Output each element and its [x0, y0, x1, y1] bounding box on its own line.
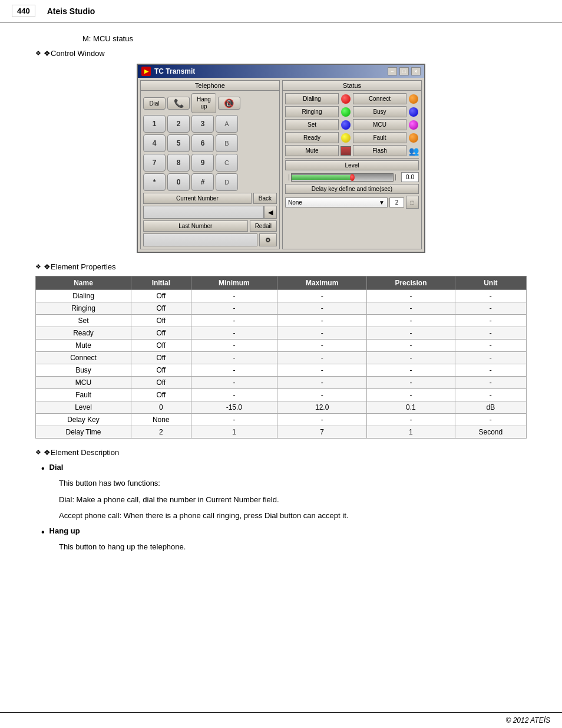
num-3[interactable]: 3 — [191, 115, 214, 133]
ringing-indicator — [341, 107, 351, 117]
settings-button[interactable]: ⚙ — [259, 233, 277, 246]
delay-header: Delay key define and time(sec) — [285, 184, 419, 194]
table-cell-maximum: 12.0 — [277, 401, 367, 414]
minimize-button[interactable]: − — [388, 67, 397, 75]
mcu-label: MCU — [353, 119, 406, 130]
connect-label: Connect — [353, 93, 406, 104]
level-slider[interactable] — [291, 173, 394, 182]
last-input-row: ⚙ — [143, 233, 277, 246]
telephone-panel: Telephone Dial 📞 Hang up 📵 — [140, 80, 280, 249]
table-cell-precision: - — [367, 290, 455, 302]
status-set-mcu: Set MCU — [285, 119, 419, 130]
table-cell-minimum: - — [191, 352, 277, 364]
table-cell-unit: - — [455, 290, 526, 302]
maximize-button[interactable]: □ — [399, 67, 409, 75]
delay-key-dropdown[interactable]: None ▼ — [285, 197, 388, 207]
delay-time-value: 2 — [389, 197, 404, 207]
table-cell-minimum: -15.0 — [191, 401, 277, 414]
page-footer: © 2012 ATEİS — [0, 712, 562, 728]
dialing-indicator — [341, 94, 351, 104]
table-cell-precision: - — [367, 352, 455, 364]
table-cell-name: Ringing — [36, 302, 131, 315]
num-5[interactable]: 5 — [167, 134, 190, 152]
ready-label: Ready — [285, 132, 339, 143]
num-7[interactable]: 7 — [143, 154, 166, 172]
num-star[interactable]: * — [143, 173, 166, 191]
table-cell-initial: Off — [131, 327, 191, 340]
table-cell-unit: - — [455, 340, 526, 352]
num-0[interactable]: 0 — [167, 173, 190, 191]
page-number: 440 — [12, 5, 35, 17]
num-8[interactable]: 8 — [167, 154, 190, 172]
copyright-text: © 2012 ATEİS — [505, 716, 550, 724]
status-dialing-connect: Dialing Connect — [285, 93, 419, 104]
last-number-field[interactable] — [143, 233, 257, 246]
telephone-panel-body: Dial 📞 Hang up 📵 1 2 3 A — [141, 91, 279, 249]
num-c[interactable]: C — [216, 154, 238, 172]
hangup-button[interactable]: Hang up — [191, 93, 216, 113]
dial-hangup-row: Dial 📞 Hang up 📵 — [143, 93, 277, 113]
table-cell-minimum: - — [191, 377, 277, 389]
numpad-row-3: 7 8 9 C — [143, 154, 277, 172]
num-1[interactable]: 1 — [143, 115, 166, 133]
back-arrow-button[interactable]: ◀ — [264, 206, 277, 219]
delay-spinner[interactable]: ⬚ — [406, 196, 419, 209]
app-title: Ateis Studio — [47, 6, 95, 16]
numpad-row-1: 1 2 3 A — [143, 115, 277, 133]
dialing-label: Dialing — [285, 93, 339, 104]
num-d[interactable]: D — [216, 173, 238, 191]
table-cell-unit: dB — [455, 401, 526, 414]
num-6[interactable]: 6 — [191, 134, 214, 152]
table-row: Delay KeyNone---- — [36, 414, 527, 426]
table-cell-initial: Off — [131, 389, 191, 401]
table-cell-unit: Second — [455, 426, 526, 439]
control-window-label: ❖Control Window — [35, 49, 527, 58]
col-minimum: Minimum — [191, 276, 277, 290]
tc-app-icon: ▶ — [141, 67, 151, 76]
table-cell-minimum: - — [191, 327, 277, 340]
level-slider-thumb — [350, 174, 355, 181]
dial-item: • Dial — [41, 463, 527, 474]
level-section: Level ▕ ▏ 0.0 Delay key define and — [285, 158, 419, 209]
settings-icon: ⚙ — [265, 236, 271, 244]
table-cell-maximum: - — [277, 414, 367, 426]
tc-window-title: TC Transmit — [154, 67, 195, 75]
tc-transmit-window: ▶ TC Transmit − □ × Telephone Dial — [137, 64, 425, 253]
table-cell-maximum: - — [277, 340, 367, 352]
num-2[interactable]: 2 — [167, 115, 190, 133]
table-cell-unit: - — [455, 377, 526, 389]
num-b[interactable]: B — [216, 134, 238, 152]
back-button[interactable]: Back — [253, 193, 277, 204]
num-4[interactable]: 4 — [143, 134, 166, 152]
bullet-dot-hangup: • — [41, 526, 45, 538]
table-row: BusyOff---- — [36, 364, 527, 377]
table-cell-initial: None — [131, 414, 191, 426]
num-hash[interactable]: # — [191, 173, 214, 191]
fault-indicator — [409, 133, 418, 143]
status-panel: Status Dialing Connect Ringing Bus — [282, 80, 422, 249]
num-a[interactable]: A — [216, 115, 238, 133]
table-cell-initial: Off — [131, 377, 191, 389]
redial-button[interactable]: Redail — [250, 220, 277, 232]
level-slider-fill — [292, 175, 352, 180]
status-ringing-busy: Ringing Busy — [285, 106, 419, 117]
table-cell-maximum: - — [277, 389, 367, 401]
close-button[interactable]: × — [411, 67, 421, 75]
table-cell-maximum: - — [277, 290, 367, 302]
table-cell-name: MCU — [36, 377, 131, 389]
table-row: FaultOff---- — [36, 389, 527, 401]
num-9[interactable]: 9 — [191, 154, 214, 172]
col-unit: Unit — [455, 276, 526, 290]
content-area: M: MCU status ❖Control Window ▶ TC Trans… — [0, 34, 562, 552]
table-cell-minimum: - — [191, 302, 277, 315]
table-cell-precision: 1 — [367, 426, 455, 439]
status-ready-fault: Ready Fault — [285, 132, 419, 143]
table-row: MCUOff---- — [36, 377, 527, 389]
ringing-label: Ringing — [285, 106, 339, 117]
table-row: Delay Time2171Second — [36, 426, 527, 439]
table-cell-initial: Off — [131, 315, 191, 327]
dial-button[interactable]: Dial — [143, 97, 166, 110]
table-cell-precision: - — [367, 315, 455, 327]
table-cell-initial: Off — [131, 290, 191, 302]
current-number-field[interactable] — [143, 206, 264, 219]
